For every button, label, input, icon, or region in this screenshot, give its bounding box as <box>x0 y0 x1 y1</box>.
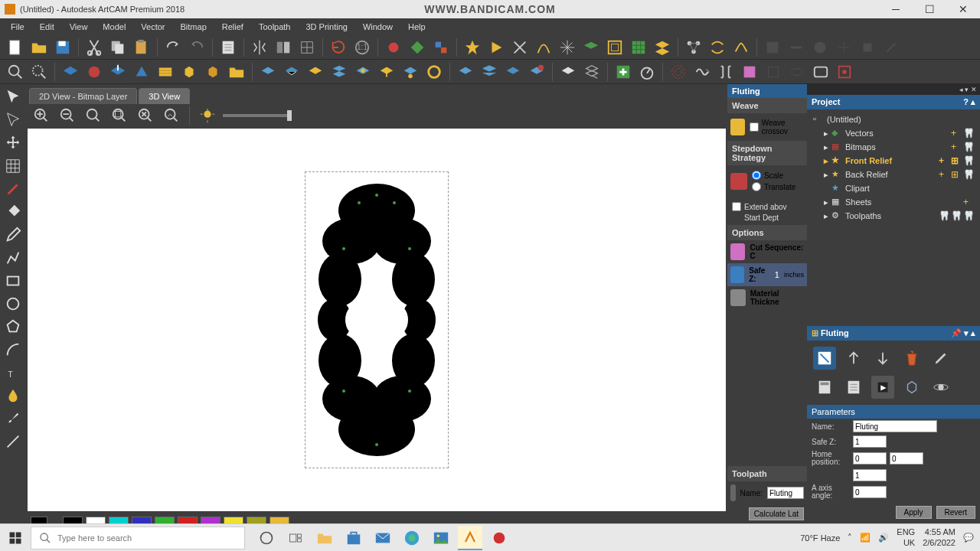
tray-network-icon[interactable]: 📶 <box>860 533 871 543</box>
color-tool-icon[interactable] <box>383 37 404 58</box>
taskview-icon[interactable] <box>283 526 308 550</box>
fluting-delete-icon[interactable] <box>900 347 923 370</box>
fluting-sim-icon[interactable] <box>871 376 894 399</box>
taskbar-search[interactable]: Type here to search <box>31 527 245 549</box>
copy-icon[interactable] <box>107 37 129 58</box>
tray-clock[interactable]: 4:55 AM2/6/2022 <box>923 527 956 547</box>
cross-tool-icon[interactable] <box>509 37 531 58</box>
minimize-button[interactable]: ─ <box>879 0 913 18</box>
zoom-prev-icon[interactable] <box>161 105 182 126</box>
photos-icon[interactable] <box>429 526 453 550</box>
redo-icon[interactable] <box>186 37 207 58</box>
stepdown-icon[interactable] <box>730 173 747 190</box>
zoom-region-icon[interactable] <box>28 61 50 83</box>
dim-outline2-icon[interactable] <box>786 61 808 83</box>
drop-tool-icon[interactable] <box>3 386 23 406</box>
pencil-tool-icon[interactable] <box>3 179 23 199</box>
tray-lang[interactable]: ENGUK <box>897 527 915 547</box>
layer-badge-icon[interactable] <box>526 61 547 83</box>
mirror-v-icon[interactable] <box>273 37 294 58</box>
curve-tool-icon[interactable] <box>533 37 554 58</box>
border-icon[interactable] <box>604 37 626 58</box>
weave-icon[interactable] <box>730 119 745 135</box>
knife-tool-icon[interactable] <box>3 432 23 452</box>
param-home-x[interactable] <box>853 452 887 465</box>
cut-seq-icon[interactable] <box>730 243 745 260</box>
mail-icon[interactable] <box>371 526 395 550</box>
weave-crossover-checkbox[interactable] <box>750 122 759 132</box>
bracket-icon[interactable] <box>715 61 737 83</box>
select-tool-icon[interactable] <box>3 87 23 107</box>
edge-icon[interactable] <box>400 526 424 550</box>
fluting-save-icon[interactable] <box>813 347 836 370</box>
mirror-h-icon[interactable] <box>249 37 270 58</box>
frame-icon[interactable] <box>810 61 831 83</box>
node-tool-icon[interactable] <box>3 110 23 130</box>
viewport-canvas[interactable] <box>28 129 726 511</box>
paste-icon[interactable] <box>131 37 152 58</box>
menu-view[interactable]: View <box>64 21 94 33</box>
play-icon[interactable] <box>485 37 507 58</box>
calculate-button[interactable]: Calculate Lat <box>749 507 804 520</box>
rotate-icon[interactable] <box>328 37 349 58</box>
fluting-down-icon[interactable] <box>871 347 894 370</box>
target-icon[interactable] <box>834 61 855 83</box>
fluting-calc-icon[interactable] <box>813 376 836 399</box>
fluting-3d-icon[interactable] <box>900 376 923 399</box>
menu-edit[interactable]: Edit <box>34 21 60 33</box>
param-axis-input[interactable] <box>853 486 887 498</box>
light-icon[interactable] <box>197 105 218 126</box>
text-tool-icon[interactable]: T <box>3 363 23 383</box>
layer-mix-icon[interactable] <box>352 61 374 83</box>
layer2-icon[interactable] <box>281 61 302 83</box>
artcam-taskbar-icon[interactable] <box>458 526 482 550</box>
spline-icon[interactable] <box>730 37 752 58</box>
tab-2d-view[interactable]: 2D View - Bitmap Layer <box>29 88 137 104</box>
undo-icon[interactable] <box>162 37 184 58</box>
grid-tool-icon[interactable] <box>3 156 23 176</box>
menu-model[interactable]: Model <box>96 21 132 33</box>
relief-red-icon[interactable] <box>83 61 105 83</box>
param-safez-input[interactable] <box>853 435 887 448</box>
bucket-tool-icon[interactable] <box>3 202 23 222</box>
save-icon[interactable] <box>52 37 74 58</box>
pixel-tool-icon[interactable] <box>430 37 452 58</box>
rect-tool-icon[interactable] <box>3 271 23 291</box>
shape-diamond-icon[interactable] <box>407 37 428 58</box>
layer-green-icon[interactable] <box>580 37 602 58</box>
scale-radio[interactable] <box>752 171 761 180</box>
dim5-icon[interactable] <box>857 37 878 58</box>
start-button[interactable] <box>0 524 31 552</box>
zoom-sel-icon[interactable] <box>109 105 130 126</box>
zoom-1-icon[interactable] <box>83 105 104 126</box>
new-icon[interactable] <box>5 37 26 58</box>
tray-chevron-icon[interactable]: ˄ <box>848 533 852 543</box>
folder-relief-icon[interactable] <box>226 61 247 83</box>
layer-gold-icon[interactable] <box>305 61 326 83</box>
relief-up-icon[interactable] <box>107 61 129 83</box>
fluting-orbit-icon[interactable] <box>929 376 952 399</box>
layer-blue2-icon[interactable] <box>479 61 500 83</box>
transform-tool-icon[interactable] <box>3 133 23 153</box>
layer-white-icon[interactable] <box>557 61 579 83</box>
grid-icon[interactable] <box>296 37 318 58</box>
tree-sheets[interactable]: ▸▦Sheets+ <box>810 195 977 209</box>
dim6-icon[interactable] <box>880 37 902 58</box>
close-button[interactable]: ✕ <box>946 0 980 18</box>
tray-notifications-icon[interactable]: 💬 <box>963 533 974 543</box>
notes-icon[interactable] <box>217 37 239 58</box>
param-home-y[interactable] <box>890 452 923 465</box>
menu-toolpath[interactable]: Toolpath <box>253 21 297 33</box>
fluting-notes-icon[interactable] <box>842 376 865 399</box>
menu-file[interactable]: File <box>5 21 31 33</box>
tab-3d-view[interactable]: 3D View <box>139 88 190 104</box>
circle-tool-icon[interactable] <box>3 294 23 314</box>
dim-outline1-icon[interactable] <box>763 61 784 83</box>
safez-icon[interactable] <box>730 266 744 283</box>
relief-tri-icon[interactable] <box>131 61 152 83</box>
layer-blue1-icon[interactable] <box>455 61 476 83</box>
menu-help[interactable]: Help <box>402 21 432 33</box>
layer-dot-icon[interactable] <box>400 61 421 83</box>
zoom-fit-icon[interactable] <box>5 61 26 83</box>
apply-button[interactable]: Apply <box>896 506 932 519</box>
